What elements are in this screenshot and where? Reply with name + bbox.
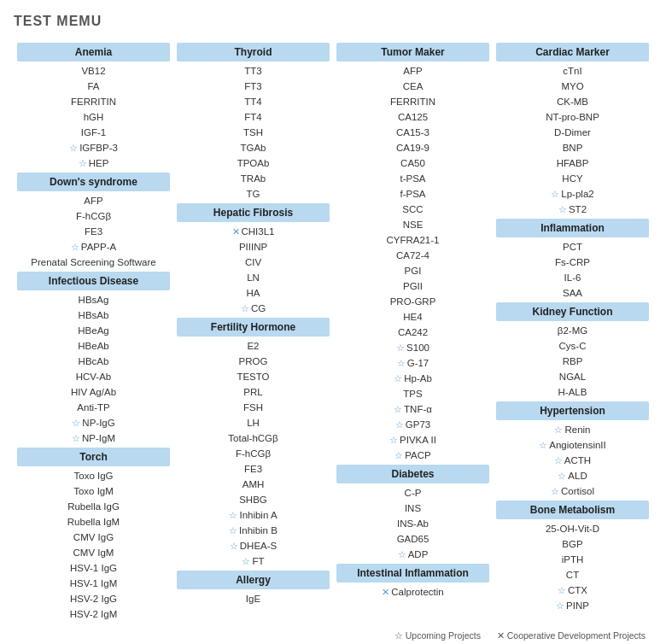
list-item: FE3 bbox=[177, 461, 330, 477]
item-label: F-hCGβ bbox=[236, 448, 271, 459]
list-item: Anti-TP bbox=[17, 400, 170, 415]
item-label: AngiotensinII bbox=[549, 440, 606, 450]
list-item: AFP bbox=[17, 193, 170, 208]
list-item: BGP bbox=[496, 536, 649, 552]
list-item: PGI bbox=[336, 263, 489, 278]
list-item: SAA bbox=[496, 285, 649, 301]
list-item: TT4 bbox=[177, 94, 330, 109]
list-item: SHBG bbox=[177, 492, 330, 507]
category-header-3-1: Inflammation bbox=[496, 219, 649, 237]
list-item: NT-pro-BNP bbox=[496, 109, 649, 125]
star-icon: ☆ bbox=[79, 158, 87, 169]
item-label: FE3 bbox=[244, 464, 262, 474]
column-2: Tumor MakerAFPCEAFERRITINCA125CA15-3CA19… bbox=[333, 41, 493, 622]
list-item: C-P bbox=[336, 485, 489, 501]
list-item: HCY bbox=[496, 171, 649, 186]
list-item: HSV-2 IgG bbox=[17, 591, 170, 606]
item-label: HSV-2 IgG bbox=[70, 594, 117, 604]
list-item: TT3 bbox=[177, 63, 330, 79]
list-item: ☆ ADP bbox=[336, 547, 489, 562]
item-label: RBP bbox=[563, 356, 583, 366]
star-icon: ☆ bbox=[229, 510, 237, 521]
item-label: NT-pro-BNP bbox=[546, 112, 599, 122]
item-label: SCC bbox=[402, 204, 423, 214]
category-header-1-0: Thyroid bbox=[177, 43, 330, 61]
star-icon: ☆ bbox=[72, 418, 80, 429]
item-label: GAD65 bbox=[397, 534, 429, 544]
list-item: E2 bbox=[177, 338, 330, 354]
list-item: PRL bbox=[177, 384, 330, 400]
list-item: iPTH bbox=[496, 552, 649, 567]
list-item: RBP bbox=[496, 354, 649, 369]
list-item: ☆ AngiotensinII bbox=[496, 437, 649, 453]
list-item: HBeAg bbox=[17, 323, 170, 338]
list-item: ☆ ST2 bbox=[496, 202, 649, 217]
item-label: CA50 bbox=[400, 158, 425, 168]
list-item: BNP bbox=[496, 140, 649, 155]
list-item: NGAL bbox=[496, 369, 649, 384]
item-label: HCV-Ab bbox=[76, 372, 112, 382]
item-label: Total-hCGβ bbox=[228, 433, 278, 443]
category-header-2-1: Diabetes bbox=[336, 465, 489, 483]
list-item: CA125 bbox=[336, 109, 489, 125]
item-label: CT bbox=[566, 570, 579, 580]
item-label: HEP bbox=[89, 158, 109, 168]
list-item: 25-OH-Vit-D bbox=[496, 521, 649, 536]
list-item: FA bbox=[17, 79, 170, 94]
list-item: f-PSA bbox=[336, 186, 489, 202]
category-header-3-2: Kidney Function bbox=[496, 302, 649, 321]
category-header-0-1: Down's syndrome bbox=[17, 173, 170, 191]
item-label: CMV IgM bbox=[73, 547, 114, 558]
item-label: E2 bbox=[247, 341, 259, 351]
list-item: ☆ DHEA-S bbox=[177, 538, 330, 553]
star-icon: ☆ bbox=[558, 204, 567, 215]
item-label: HSV-2 IgM bbox=[70, 609, 118, 619]
list-item: CIV bbox=[177, 255, 330, 270]
list-item: Rubella IgG bbox=[17, 499, 170, 514]
list-item: FSH bbox=[177, 400, 330, 415]
list-item: PROG bbox=[177, 354, 330, 369]
item-label: CHI3L1 bbox=[242, 226, 275, 237]
item-label: LN bbox=[247, 272, 260, 283]
item-label: PRL bbox=[243, 387, 262, 397]
list-item: MYO bbox=[496, 79, 649, 94]
item-label: BNP bbox=[563, 143, 583, 153]
list-item: ☆ GP73 bbox=[336, 417, 489, 432]
item-label: ADP bbox=[408, 549, 429, 559]
item-label: FSH bbox=[243, 402, 263, 413]
list-item: FERRITIN bbox=[17, 94, 170, 109]
item-label: HCY bbox=[562, 173, 582, 184]
list-item: ☆ HEP bbox=[17, 155, 170, 171]
list-item: ☆ PAPP-A bbox=[17, 239, 170, 255]
star-icon: ☆ bbox=[558, 585, 566, 596]
list-item: ☆ Lp-pla2 bbox=[496, 186, 649, 202]
list-item: HIV Ag/Ab bbox=[17, 384, 170, 400]
item-label: HBeAb bbox=[78, 341, 108, 351]
list-item: CYFRA21-1 bbox=[336, 232, 489, 248]
item-label: TNF-α bbox=[404, 404, 432, 414]
item-label: NSE bbox=[403, 220, 424, 230]
item-label: MYO bbox=[561, 81, 583, 91]
item-label: iPTH bbox=[562, 554, 584, 565]
item-label: Lp-pla2 bbox=[561, 189, 593, 199]
cross-icon: ✕ bbox=[382, 587, 389, 598]
list-item: D-Dimer bbox=[496, 125, 649, 140]
page-title: TEST MEMU bbox=[14, 14, 652, 29]
star-icon: ☆ bbox=[554, 455, 563, 466]
list-item: Total-hCGβ bbox=[177, 430, 330, 446]
item-label: AMH bbox=[242, 479, 265, 489]
item-label: NP-IgG bbox=[82, 418, 114, 428]
list-item: F-hCGβ bbox=[177, 446, 330, 461]
item-label: β2-MG bbox=[558, 325, 587, 336]
item-label: H-ALB bbox=[558, 387, 587, 397]
category-header-1-3: Allergy bbox=[177, 571, 330, 589]
list-item: ☆ NP-IgG bbox=[17, 415, 170, 430]
star-icon: ☆ bbox=[396, 342, 405, 354]
star-icon: ☆ bbox=[551, 189, 559, 200]
star-icon: ☆ bbox=[389, 435, 398, 446]
list-item: HSV-2 IgM bbox=[17, 606, 170, 622]
item-label: Prenatal Screening Software bbox=[31, 257, 155, 267]
list-item: ☆ NP-IgM bbox=[17, 430, 170, 446]
star-icon: ☆ bbox=[556, 600, 564, 612]
item-label: HA bbox=[247, 288, 260, 298]
